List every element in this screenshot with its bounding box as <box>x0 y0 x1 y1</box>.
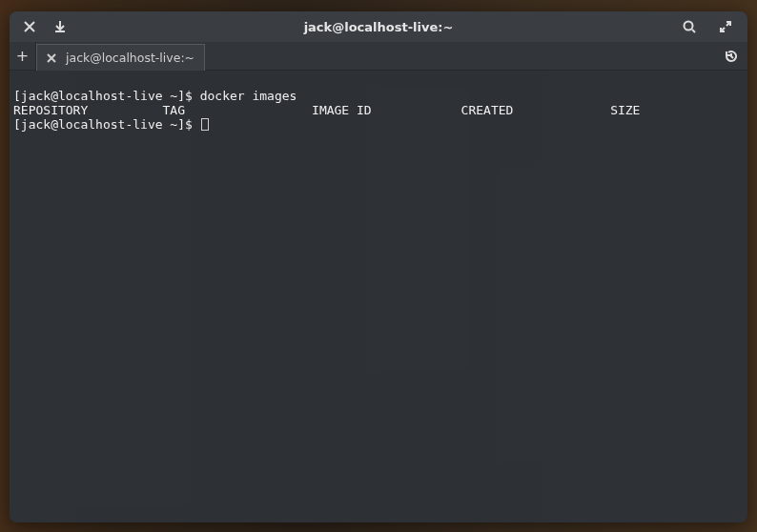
search-icon[interactable] <box>681 18 698 35</box>
tab-bar: + jack@localhost-live:~ <box>10 42 747 71</box>
window-title: jack@localhost-live:~ <box>10 20 747 34</box>
prompt: [jack@localhost-live ~]$ <box>13 89 200 103</box>
tab-terminal[interactable]: jack@localhost-live:~ <box>36 44 205 71</box>
terminal-window: jack@localhost-live:~ + jack@localhost-l… <box>10 11 747 522</box>
new-tab-button[interactable]: + <box>10 42 36 70</box>
history-icon[interactable] <box>723 48 740 65</box>
close-icon[interactable] <box>21 18 38 35</box>
command-text: docker images <box>200 89 297 103</box>
titlebar: jack@localhost-live:~ <box>10 11 747 42</box>
prompt: [jack@localhost-live ~]$ <box>13 117 200 132</box>
cursor <box>201 118 209 131</box>
fullscreen-icon[interactable] <box>717 18 734 35</box>
tab-close-icon[interactable] <box>45 51 58 65</box>
svg-point-0 <box>685 22 693 31</box>
download-icon[interactable] <box>51 18 69 35</box>
terminal-output[interactable]: [jack@localhost-live ~]$ docker images R… <box>10 71 747 522</box>
tab-label: jack@localhost-live:~ <box>66 51 194 65</box>
table-header-row: REPOSITORY TAG IMAGE ID CREATED SIZE <box>13 103 640 117</box>
